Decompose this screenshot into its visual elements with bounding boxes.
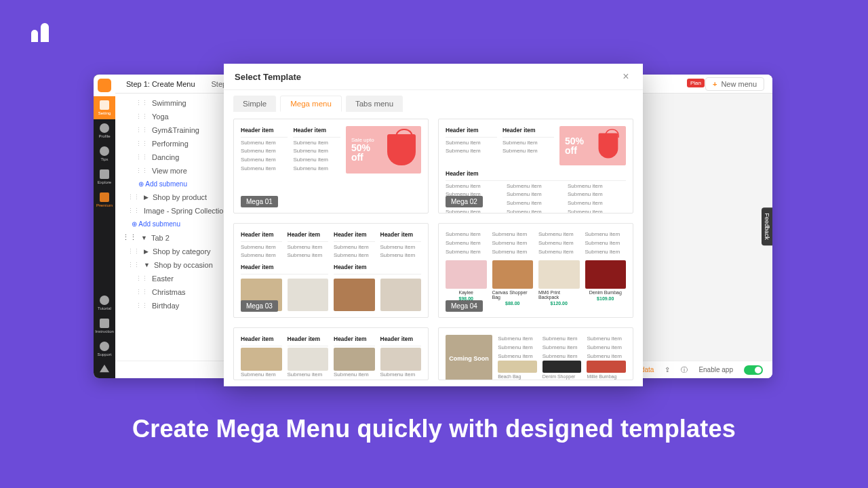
sidebar-item-label: Setting xyxy=(98,111,111,115)
app-logo xyxy=(94,75,115,96)
tree-item-label[interactable]: Performing xyxy=(152,140,189,148)
modal-body: Header itemSubmenu itemSubmenu itemSubme… xyxy=(224,112,643,386)
tree-item-label[interactable]: Birthday xyxy=(152,302,179,310)
sidebar-item-label: Tips xyxy=(100,157,108,161)
tree-item-label[interactable]: Shop by occasion xyxy=(154,261,213,269)
sidebar-item-premium[interactable]: Premium xyxy=(94,188,115,211)
plan-badge: Plan xyxy=(687,79,705,87)
sidebar-item-label: Premium xyxy=(96,203,113,207)
tab-tabs-menu[interactable]: Tabs menu xyxy=(346,96,403,112)
sidebar-item-label: Explore xyxy=(98,180,111,184)
tab-simple[interactable]: Simple xyxy=(233,96,276,112)
lifestyle-photo xyxy=(380,279,422,311)
drag-handle-icon[interactable]: ⋮⋮ xyxy=(127,262,140,268)
drag-handle-icon[interactable]: ⋮⋮ xyxy=(136,154,148,161)
plus-icon: + xyxy=(713,80,717,88)
product-thumb: MM6 Print Backpack$120.00 xyxy=(538,260,580,306)
template-badge: Mega 03 xyxy=(241,300,278,312)
template-card-mega-04[interactable]: Submenu itemSubmenu itemSubmenu item Sub… xyxy=(438,223,633,318)
sidebar-item-label: Profile xyxy=(98,134,110,138)
sidebar-item-instruction[interactable]: Instruction xyxy=(94,314,115,338)
template-badge: Mega 04 xyxy=(446,300,483,312)
sidebar-item-tips[interactable]: Tips xyxy=(94,142,115,165)
drag-handle-icon[interactable]: ⋮⋮ xyxy=(136,113,148,120)
promo-banner: Sale upto50% off xyxy=(346,126,421,174)
product-thumb: Kaylee$98.00 xyxy=(446,260,487,306)
drag-handle-icon[interactable]: ⋮⋮ xyxy=(136,302,148,309)
tree-item-label[interactable]: Shop by category xyxy=(153,247,211,256)
tree-item-label[interactable]: Yoga xyxy=(152,113,169,121)
lifestyle-photo xyxy=(288,279,329,311)
product-thumb: Denim Bumbag$109.00 xyxy=(585,260,627,306)
tree-item-label[interactable]: Shop by product xyxy=(153,193,207,201)
template-card-mega-06[interactable]: Coming Soon Submenu itemSubmenu itemSubm… xyxy=(438,327,633,380)
sidebar-item-tutorial[interactable]: Tutorial xyxy=(94,291,115,314)
tree-item-label[interactable]: Image - Spring Collection xyxy=(144,207,228,215)
enable-app-label: Enable app xyxy=(698,366,733,373)
template-card-mega-05[interactable]: Header itemSubmenu item Header itemSubme… xyxy=(233,327,429,380)
tree-item-label[interactable]: Christmas xyxy=(152,288,186,296)
bag-icon xyxy=(599,134,618,159)
modal-title: Select Template xyxy=(235,72,301,82)
lifestyle-photo xyxy=(334,279,375,311)
drag-handle-icon[interactable]: ⋮⋮ xyxy=(136,167,148,174)
new-menu-label: New menu xyxy=(721,80,757,88)
export-icon[interactable]: ⇪ xyxy=(665,366,670,373)
template-card-mega-01[interactable]: Header itemSubmenu itemSubmenu itemSubme… xyxy=(233,119,429,214)
promo-banner: 50% off xyxy=(559,126,626,165)
tree-item-label[interactable]: Swimming xyxy=(152,99,186,107)
drag-handle-icon[interactable]: ⋮⋮ xyxy=(136,127,148,134)
overlay-photo: Coming Soon xyxy=(446,335,492,380)
sidebar-item-profile[interactable]: Profile xyxy=(94,119,115,142)
step-1[interactable]: Step 1: Create Menu xyxy=(126,80,195,88)
tree-item-label[interactable]: View more xyxy=(152,167,187,175)
sidebar-item-label: Support xyxy=(97,352,111,357)
tab-mega-menu[interactable]: Mega menu xyxy=(280,96,342,112)
sidebar-item-notifications[interactable] xyxy=(94,361,115,378)
sidebar-item-explore[interactable]: Explore xyxy=(94,165,115,188)
tree-item-label[interactable]: Easter xyxy=(152,274,174,283)
drag-handle-icon[interactable]: ⋮⋮ xyxy=(136,100,148,106)
editor-sidebar: Setting Profile Tips Explore Premium Tut… xyxy=(94,75,115,378)
drag-handle-icon[interactable]: ⋮⋮ xyxy=(136,289,148,296)
brand-logo xyxy=(31,23,49,42)
drag-handle-icon[interactable]: ⋮⋮ xyxy=(127,248,140,255)
tree-item-label[interactable]: Gym&Training xyxy=(152,126,199,134)
sidebar-item-label: Tutorial xyxy=(98,306,111,310)
feedback-tab[interactable]: Feedback xyxy=(762,207,772,245)
drag-handle-icon[interactable]: ⋮⋮ xyxy=(136,275,148,282)
tree-item-label[interactable]: Dancing xyxy=(152,153,179,161)
drag-handle-icon[interactable]: ⋮⋮ xyxy=(136,140,148,147)
select-template-modal: Select Template × Simple Mega menu Tabs … xyxy=(224,64,643,386)
template-badge: Mega 02 xyxy=(446,196,483,207)
bag-icon xyxy=(387,134,416,165)
modal-header: Select Template × xyxy=(224,64,643,90)
info-icon[interactable]: ⓘ xyxy=(681,365,688,375)
sidebar-item-setting[interactable]: Setting xyxy=(94,96,115,119)
template-card-mega-03[interactable]: Header itemSubmenu itemSubmenu item Head… xyxy=(233,223,429,318)
template-badge: Mega 01 xyxy=(241,196,278,207)
modal-tabs: Simple Mega menu Tabs menu xyxy=(224,90,643,112)
enable-app-toggle[interactable] xyxy=(744,365,763,375)
template-card-mega-02[interactable]: Header itemSubmenu itemSubmenu item Head… xyxy=(438,119,633,214)
drag-handle-icon[interactable]: ⋮⋮ xyxy=(127,194,140,201)
sidebar-item-support[interactable]: Support xyxy=(94,338,115,361)
drag-handle-icon[interactable]: ⋮⋮ xyxy=(127,207,140,214)
product-thumb: Canvas Shopper Bag$88.00 xyxy=(492,260,534,306)
sidebar-item-label: Instruction xyxy=(95,329,114,333)
close-icon[interactable]: × xyxy=(620,70,632,83)
new-menu-button[interactable]: + New menu xyxy=(705,77,764,91)
hero-caption: Create Mega Menu quickly with designed t… xyxy=(0,415,868,443)
